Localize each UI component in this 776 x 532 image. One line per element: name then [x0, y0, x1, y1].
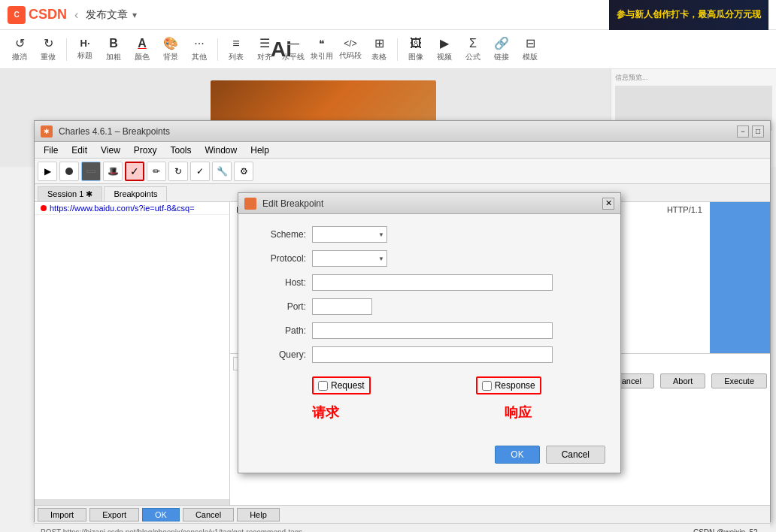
port-input[interactable]: [312, 298, 372, 315]
port-label: Port:: [253, 301, 306, 312]
protocol-select-wrapper: HTTP HTTPS: [312, 250, 387, 267]
menu-help[interactable]: Help: [244, 144, 275, 157]
redo-label: 重做: [41, 52, 56, 62]
baidu-url: https://www.baidu.com/s?ie=utf-8&csq=: [50, 204, 195, 213]
toolbar-bold[interactable]: B 加粗: [100, 34, 127, 65]
list-item-baidu[interactable]: https://www.baidu.com/s?ie=utf-8&csq=: [35, 202, 229, 215]
align-icon: ☰: [259, 36, 270, 50]
menu-view[interactable]: View: [95, 144, 126, 157]
response-label: Response: [495, 380, 535, 391]
host-label: Host:: [253, 277, 306, 288]
menu-edit[interactable]: Edit: [65, 144, 93, 157]
other-icon: ···: [194, 37, 204, 50]
background-label: 背景: [163, 52, 178, 62]
toolbar-color[interactable]: A 颜色: [129, 34, 156, 65]
tab-breakpoints[interactable]: Breakpoints: [104, 186, 167, 201]
toolbar-refresh[interactable]: ↻: [168, 162, 188, 181]
toolbar-link[interactable]: 🔗 链接: [488, 33, 515, 65]
abort-button[interactable]: Abort: [660, 373, 705, 388]
menu-file[interactable]: File: [38, 144, 64, 157]
modal-ok-button[interactable]: OK: [495, 446, 539, 464]
menu-tools[interactable]: Tools: [165, 144, 198, 157]
image-icon: 🖼: [410, 37, 422, 50]
charles-window-controls: － □: [737, 125, 764, 138]
toolbar-hline[interactable]: — 水平线: [280, 34, 307, 65]
toolbar-background[interactable]: 🎨 背景: [157, 33, 184, 65]
divider-3: [397, 38, 398, 61]
toolbar-undo[interactable]: ↺ 撤消: [6, 33, 33, 65]
export-button[interactable]: Export: [89, 508, 139, 521]
bold-icon: B: [109, 37, 118, 50]
modal-close-button[interactable]: ✕: [602, 198, 614, 210]
csdn-logo-text: CSDN: [29, 7, 67, 23]
video-icon: ▶: [440, 36, 449, 50]
toolbar-image[interactable]: 🖼 图像: [402, 34, 429, 65]
help-button[interactable]: Help: [237, 508, 280, 521]
promo-banner[interactable]: 参与新人创作打卡，最高瓜分万元现: [609, 0, 768, 30]
execute-button[interactable]: Execute: [711, 373, 767, 388]
request-checkbox[interactable]: [318, 381, 328, 391]
charles-toolbar: ▶ 🎩 ✓ ✏ ↻ ✓ 🔧 ⚙: [35, 159, 770, 184]
query-input[interactable]: [312, 346, 553, 363]
csdn-logo[interactable]: C CSDN: [8, 6, 67, 24]
toolbar-record[interactable]: [81, 162, 101, 181]
ok-button[interactable]: OK: [142, 508, 180, 521]
list-label: 列表: [229, 52, 244, 62]
toolbar-template[interactable]: ⊟ 模版: [517, 33, 544, 65]
tab-session1[interactable]: Session 1 ✱: [38, 186, 102, 201]
path-input[interactable]: [312, 322, 553, 339]
response-checkbox-label[interactable]: Response: [476, 376, 541, 394]
toolbar-table[interactable]: ⊞ 表格: [365, 33, 393, 65]
checkbox-group: Request Response: [253, 370, 605, 401]
toolbar-heading[interactable]: H· 标题: [71, 35, 99, 64]
request-checkbox-label[interactable]: Request: [312, 376, 371, 394]
import-button[interactable]: Import: [38, 508, 86, 521]
color-icon: A: [138, 37, 147, 50]
publish-dropdown-arrow[interactable]: ▾: [132, 10, 137, 20]
toolbar-stop[interactable]: [59, 162, 79, 181]
redo-icon: ↻: [44, 36, 53, 50]
toolbar-filter[interactable]: 🎩: [103, 162, 123, 181]
cancel-button[interactable]: Cancel: [183, 508, 234, 521]
horizontal-scrollbar[interactable]: [35, 499, 229, 505]
protocol-select[interactable]: HTTP HTTPS: [312, 250, 387, 267]
scheme-select[interactable]: http https: [312, 226, 387, 243]
toolbar-code[interactable]: </> 代码段: [337, 35, 364, 64]
toolbar-redo[interactable]: ↻ 重做: [35, 33, 62, 65]
template-icon: ⊟: [526, 36, 535, 50]
back-arrow[interactable]: ‹: [74, 8, 78, 22]
charles-import-bar: Import Export OK Cancel Help: [35, 505, 770, 523]
side-panel-text: 信息预览...: [615, 73, 772, 83]
toolbar-video[interactable]: ▶ 视频: [431, 33, 458, 65]
minimize-button[interactable]: －: [737, 125, 749, 138]
toolbar-gear[interactable]: ⚙: [234, 162, 253, 181]
publish-title-area: 发布文章 ▾: [86, 8, 137, 22]
toolbar-play[interactable]: ▶: [38, 162, 57, 181]
toolbar-quote[interactable]: ❝ 块引用: [308, 35, 335, 65]
form-row-query: Query:: [253, 346, 605, 363]
query-label: Query:: [253, 349, 306, 360]
toolbar-align[interactable]: ☰ 对齐: [251, 33, 278, 65]
modal-app-icon: [244, 198, 256, 210]
toolbar-checkmark[interactable]: ✓: [190, 162, 210, 181]
other-label: 其他: [192, 52, 207, 62]
modal-cancel-button[interactable]: Cancel: [546, 446, 605, 464]
toolbar-breakpoint[interactable]: ✓: [125, 162, 144, 181]
template-label: 模版: [523, 52, 538, 62]
code-label: 代码段: [339, 50, 362, 61]
maximize-button[interactable]: □: [752, 125, 764, 138]
toolbar-other[interactable]: ··· 其他: [186, 34, 213, 65]
formula-label: 公式: [465, 52, 480, 62]
toolbar-edit[interactable]: ✏: [147, 162, 166, 181]
cn-response-label: 响应: [505, 404, 532, 422]
toolbar-list[interactable]: ≡ 列表: [223, 34, 250, 65]
response-checkbox[interactable]: [482, 381, 492, 391]
link-label: 链接: [494, 52, 509, 62]
menu-proxy[interactable]: Proxy: [128, 144, 163, 157]
menu-window[interactable]: Window: [199, 144, 244, 157]
charles-menubar: File Edit View Proxy Tools Window Help: [35, 142, 770, 159]
host-input[interactable]: [312, 274, 553, 291]
toolbar-formula[interactable]: Σ 公式: [459, 34, 487, 65]
toolbar-wrench[interactable]: 🔧: [212, 162, 232, 181]
scheme-label: Scheme:: [253, 229, 306, 240]
